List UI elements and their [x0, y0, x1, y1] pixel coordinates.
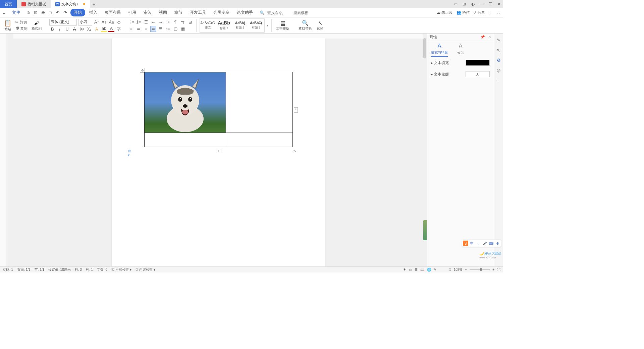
text-outline-select[interactable]: 无	[466, 71, 490, 77]
align-center-icon[interactable]: ≣	[136, 26, 142, 32]
grid-icon[interactable]: ⊞	[462, 2, 467, 6]
zoom-slider[interactable]	[470, 269, 490, 270]
coop-button[interactable]: 👥 协作	[457, 10, 470, 15]
find-replace-group[interactable]: 🔍 查找替换	[297, 17, 313, 33]
table-cell-image[interactable]	[145, 72, 226, 133]
subscript-button[interactable]: X₂	[86, 26, 92, 32]
decrease-indent-icon[interactable]: ⇤	[150, 19, 156, 25]
tab-document[interactable]: W 文字文稿1	[51, 0, 90, 8]
add-tab-button[interactable]: +	[90, 1, 98, 7]
grow-font-icon[interactable]: A↑	[94, 19, 100, 25]
paste-icon[interactable]: 📋	[4, 19, 11, 27]
font-size-select[interactable]: 小四	[78, 19, 92, 26]
search-template-input[interactable]	[293, 11, 317, 15]
paste-label[interactable]: 粘贴	[4, 27, 11, 32]
add-column-button[interactable]: +	[294, 107, 298, 113]
bold-button[interactable]: B	[49, 26, 55, 32]
status-setval[interactable]: 设置值: 10厘米	[48, 267, 71, 272]
fit-icon[interactable]: ⊡	[448, 268, 451, 271]
document-page[interactable]: ✥	[112, 38, 325, 266]
style-more-icon[interactable]: ▾	[267, 24, 268, 27]
scrollbar-thumb[interactable]	[423, 38, 426, 58]
align-justify-icon[interactable]: ≣	[150, 26, 156, 32]
multilevel-list-icon[interactable]: ☲	[143, 19, 149, 25]
export-icon[interactable]: 🗋	[48, 10, 53, 15]
status-spell[interactable]: ☒ 拼写检查 ▾	[111, 267, 131, 272]
view-outline-icon[interactable]: ☰	[415, 268, 418, 271]
distribute-icon[interactable]: ☰	[158, 26, 164, 32]
print-icon[interactable]: 🖶	[40, 10, 46, 15]
side-drawer-tab[interactable]	[423, 220, 427, 240]
menu-insert[interactable]: 插入	[86, 9, 101, 16]
print-preview-icon[interactable]: 🖻	[33, 10, 38, 15]
ime-keyboard-icon[interactable]: ⌨	[488, 241, 494, 246]
minimize-button[interactable]: —	[479, 2, 484, 6]
menu-review[interactable]: 审阅	[140, 9, 155, 16]
status-section[interactable]: 节: 1/1	[35, 267, 44, 272]
menu-start[interactable]: 开始	[70, 9, 85, 16]
superscript-button[interactable]: X²	[79, 26, 85, 32]
undo-icon[interactable]: ↶	[55, 10, 60, 15]
more-icon[interactable]: ⋮	[489, 10, 493, 15]
zoom-out-button[interactable]: −	[465, 268, 467, 271]
status-page-no[interactable]: 页码: 1	[3, 267, 13, 272]
clear-format-icon[interactable]: ◇	[116, 19, 122, 25]
location-tool-icon[interactable]: ◎	[496, 67, 502, 73]
menu-thesis[interactable]: 论文助手	[233, 9, 256, 16]
line-spacing-icon[interactable]: ↕≡	[165, 26, 171, 32]
align-right-icon[interactable]: ≡	[143, 26, 149, 32]
bullet-list-icon[interactable]: ⋮≡	[128, 19, 134, 25]
eye-icon[interactable]: 👁	[403, 268, 406, 271]
view-page-icon[interactable]: ▭	[409, 268, 412, 271]
number-list-icon[interactable]: 1≡	[136, 19, 142, 25]
menu-member[interactable]: 会员专享	[210, 9, 233, 16]
status-row[interactable]: 行: 3	[75, 267, 82, 272]
save-icon[interactable]: 🗎	[25, 10, 31, 15]
menu-page-layout[interactable]: 页面布局	[101, 9, 124, 16]
close-button[interactable]: ✕	[496, 2, 502, 6]
strike-button[interactable]: A	[71, 26, 77, 32]
phonetic-button[interactable]: 字	[116, 26, 122, 32]
collapse-ribbon-icon[interactable]: ︿	[497, 10, 500, 15]
ime-voice-icon[interactable]: 🎤	[482, 241, 487, 246]
shrink-font-icon[interactable]: A↓	[101, 19, 107, 25]
text-fill-label[interactable]: ▸ 文本填充	[431, 60, 449, 65]
search-command-input[interactable]	[267, 11, 291, 15]
file-menu[interactable]: 文件	[12, 10, 20, 15]
tab-template[interactable]: 找稻壳模板	[17, 0, 51, 8]
menu-view[interactable]: 视图	[156, 9, 170, 16]
paragraph-mark-icon[interactable]: ¶	[172, 19, 178, 25]
hamburger-icon[interactable]: ≡	[3, 10, 9, 15]
status-content[interactable]: ☑ 内容检查 ▾	[136, 267, 156, 272]
table-cell[interactable]	[226, 133, 293, 147]
maximize-button[interactable]: ❐	[488, 2, 493, 6]
share-button[interactable]: ↗ 分享	[474, 10, 485, 15]
sort-icon[interactable]: ⚞	[165, 19, 171, 25]
view-web-icon[interactable]: 🌐	[427, 268, 431, 271]
style-h1[interactable]: AaBb标题 1	[216, 19, 232, 32]
border-icon[interactable]: ▦	[180, 26, 186, 32]
paragraph-options-icon[interactable]: 🗎▾	[128, 149, 132, 154]
text-outline-label[interactable]: ▸ 文本轮廓	[431, 72, 449, 77]
tab-effect[interactable]: A 效果	[457, 43, 464, 57]
text-fill-color[interactable]	[466, 60, 490, 66]
settings-tool-icon[interactable]: ⚙	[496, 57, 502, 63]
status-page[interactable]: 页面: 1/1	[17, 267, 30, 272]
change-case-icon[interactable]: Aa	[108, 19, 114, 25]
ime-toolbar[interactable]: S 中 ·, 🎤 ⌨ ⚙	[462, 240, 501, 247]
document-canvas[interactable]: ✥	[7, 34, 427, 266]
text-effect-button[interactable]: A	[94, 26, 100, 32]
ime-logo-icon[interactable]: S	[463, 241, 468, 246]
copy-button[interactable]: 🗐 复制	[15, 26, 28, 32]
table-cell[interactable]	[145, 133, 226, 147]
close-panel-icon[interactable]: ✕	[488, 35, 491, 39]
status-col[interactable]: 列: 1	[86, 267, 93, 272]
style-gallery[interactable]: AaBbCcD正文 AaBb标题 1 AaBb(标题 2 AaBbC(标题 3	[200, 18, 265, 33]
select-tool-icon[interactable]: ↖	[496, 47, 502, 53]
tab-home[interactable]: 首页	[0, 0, 17, 8]
pin-icon[interactable]: 📌	[480, 35, 485, 39]
highlight-button[interactable]: ab	[101, 26, 107, 32]
align-left-icon[interactable]: ≡	[128, 26, 134, 32]
menu-devtools[interactable]: 开发工具	[186, 9, 209, 16]
italic-button[interactable]: I	[57, 26, 63, 32]
